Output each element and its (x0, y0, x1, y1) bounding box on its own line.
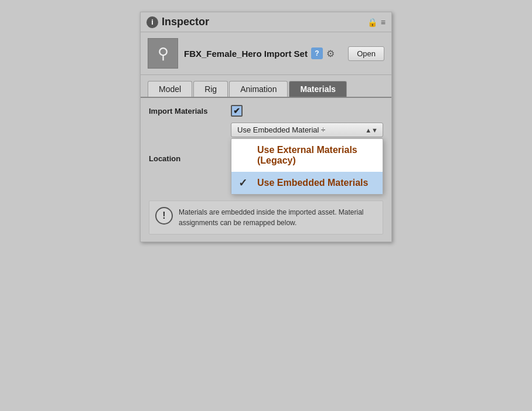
location-dropdown-wrap: Use Embedded Material ÷ ▲▼ Use External … (231, 123, 383, 195)
import-materials-checkbox[interactable]: ✔ (231, 105, 243, 117)
tab-materials[interactable]: Materials (289, 81, 347, 97)
info-box: ! Materials are embedded inside the impo… (149, 201, 383, 235)
location-label: Location (149, 154, 225, 163)
info-text: Materials are embedded inside the import… (179, 207, 377, 228)
location-row: Location Use Embedded Material ÷ ▲▼ Use … (149, 123, 383, 195)
asset-left: ⚲ FBX_Female_Hero Import Set ? ⚙ (148, 38, 335, 69)
title-left: i Inspector (146, 16, 209, 28)
embedded-check-icon: ✓ (238, 176, 247, 189)
asset-info: FBX_Female_Hero Import Set ? ⚙ (184, 47, 335, 59)
tabs-row: Model Rig Animation Materials (141, 75, 391, 97)
warning-icon: ! (155, 207, 173, 225)
asset-name: FBX_Female_Hero Import Set (184, 49, 308, 59)
asset-header: ⚲ FBX_Female_Hero Import Set ? ⚙ Open (141, 32, 391, 75)
import-materials-label: Import Materials (149, 107, 225, 116)
location-dropdown[interactable]: Use Embedded Material ÷ ▲▼ (231, 123, 383, 137)
menu-icon[interactable]: ≡ (381, 18, 386, 27)
title-bar: i Inspector 🔒 ≡ (141, 12, 391, 32)
lock-icon[interactable]: 🔒 (367, 18, 377, 27)
tab-model[interactable]: Model (148, 81, 192, 97)
asset-name-row: FBX_Female_Hero Import Set ? ⚙ (184, 47, 335, 59)
dropdown-item-embedded[interactable]: ✓ Use Embedded Materials (231, 172, 383, 194)
location-dropdown-menu: Use External Materials (Legacy) ✓ Use Em… (231, 138, 383, 195)
checkmark-icon: ✔ (233, 106, 240, 116)
open-button[interactable]: Open (348, 46, 384, 61)
content-area: Import Materials ✔ Location Use Embedded… (141, 97, 391, 242)
tab-animation[interactable]: Animation (229, 81, 288, 97)
thumbnail-icon: ⚲ (158, 45, 169, 63)
asset-thumbnail: ⚲ (148, 38, 178, 69)
import-materials-row: Import Materials ✔ (149, 105, 383, 117)
info-icon: i (146, 16, 158, 28)
gear-icon[interactable]: ⚙ (326, 48, 335, 59)
panel-title: Inspector (162, 16, 209, 28)
dropdown-arrow-icon: ▲▼ (365, 127, 378, 134)
tab-rig[interactable]: Rig (193, 81, 228, 97)
help-icon[interactable]: ? (311, 47, 323, 59)
inspector-panel: i Inspector 🔒 ≡ ⚲ FBX_Female_Hero Import… (140, 12, 392, 242)
dropdown-item-external[interactable]: Use External Materials (Legacy) (231, 139, 383, 172)
title-right: 🔒 ≡ (367, 18, 386, 27)
